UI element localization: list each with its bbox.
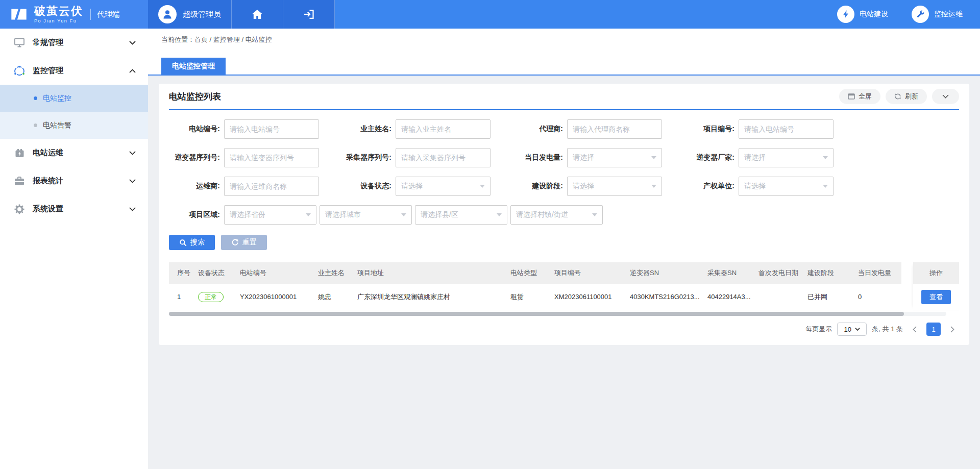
home-icon	[252, 9, 263, 19]
caret-down-icon	[651, 185, 656, 188]
next-page-button[interactable]	[946, 323, 959, 336]
panel-title: 电站监控列表	[169, 91, 221, 103]
sidebar-subitem-station-alarm[interactable]: 电站告警	[0, 112, 148, 139]
caret-down-icon	[306, 213, 311, 216]
county-select[interactable]: 请选择县/区	[415, 205, 507, 225]
breadcrumb-tab-strip: 当前位置：首页 / 监控管理 / 电站监控 电站监控管理	[148, 29, 980, 76]
briefcase-icon	[13, 177, 26, 186]
fullscreen-label: 全屏	[859, 92, 872, 101]
project-no-input[interactable]	[739, 119, 834, 139]
station-no-input[interactable]	[224, 119, 319, 139]
town-select[interactable]: 请选择村镇/街道	[510, 205, 603, 225]
agent-input[interactable]	[567, 119, 662, 139]
brand-subname: Po Jian Yun Fu	[34, 19, 83, 23]
pagination: 每页显示 10 条, 共 1 条 1	[169, 323, 959, 336]
cell-station-no: YX2023061000001	[234, 293, 312, 301]
col-build-stage: 建设阶段	[801, 268, 852, 278]
inverter-vendor-select[interactable]: 请选择	[739, 148, 834, 167]
gear-icon	[13, 204, 26, 214]
home-button[interactable]	[232, 0, 283, 29]
sidebar-item-label: 常规管理	[33, 38, 63, 47]
topbar: 破茧云伏 Po Jian Yun Fu 代理端 超级管理员	[0, 0, 980, 29]
chevron-left-icon	[913, 326, 917, 333]
nav-station-build-label: 电站建设	[860, 10, 888, 19]
nav-monitor-ops[interactable]: 监控运维	[912, 6, 963, 23]
province-select[interactable]: 请选择省份	[224, 205, 316, 225]
field-label: 设备状态:	[340, 182, 396, 191]
page-number-button[interactable]: 1	[926, 323, 941, 336]
sidebar-item-reports[interactable]: 报表统计	[0, 167, 148, 195]
chevron-right-icon	[950, 326, 954, 333]
select-placeholder: 请选择城市	[325, 210, 361, 219]
fullscreen-button[interactable]: 全屏	[839, 89, 880, 104]
owner-name-input[interactable]	[396, 119, 491, 139]
inverter-sn-input[interactable]	[224, 148, 319, 167]
nav-station-build[interactable]: 电站建设	[837, 6, 888, 23]
prev-page-button[interactable]	[908, 323, 921, 336]
cell-project-no: XM2023061100001	[548, 293, 624, 301]
user-menu[interactable]: 超级管理员	[148, 0, 232, 29]
sidebar-subitem-station-monitor[interactable]: 电站监控	[0, 85, 148, 112]
station-table: 序号 设备状态 电站编号 业主姓名 项目地址 电站类型 项目编号 逆变器SN 采…	[169, 262, 959, 316]
tab-station-monitor-mgmt[interactable]: 电站监控管理	[161, 58, 226, 75]
brand-logo-icon	[8, 4, 30, 25]
sidebar-item-monitor[interactable]: 监控管理	[0, 57, 148, 85]
sidebar-item-settings[interactable]: 系统设置	[0, 195, 148, 223]
col-first-gen-date: 首次发电日期	[752, 268, 801, 278]
chevron-down-icon	[129, 41, 136, 45]
nav-monitor-ops-label: 监控运维	[934, 10, 963, 19]
person-icon	[162, 9, 173, 20]
view-button[interactable]: 查看	[921, 290, 951, 304]
field-label: 代理商:	[512, 125, 567, 134]
reset-button[interactable]: 重置	[221, 235, 267, 250]
daily-gen-select[interactable]: 请选择	[567, 148, 662, 167]
collector-sn-input[interactable]	[396, 148, 491, 167]
cell-inverter-sn: 4030KMTS216G0213...	[624, 293, 701, 301]
field-label: 逆变器序列号:	[169, 153, 224, 162]
username: 超级管理员	[183, 10, 221, 19]
chevron-down-icon	[942, 94, 949, 98]
city-select[interactable]: 请选择城市	[320, 205, 412, 225]
pagesize-select[interactable]: 10	[837, 323, 867, 336]
ops-vendor-input[interactable]	[224, 177, 319, 196]
sidebar-item-label: 报表统计	[33, 176, 63, 186]
collapse-button[interactable]	[932, 89, 959, 104]
select-placeholder: 请选择	[401, 182, 423, 191]
col-collector-sn: 采集器SN	[701, 268, 752, 278]
reset-label: 重置	[242, 238, 257, 247]
bullet-dot-icon	[34, 124, 37, 127]
field-label: 逆变器厂家:	[683, 153, 739, 162]
chevron-down-icon	[129, 207, 136, 211]
col-seq: 序号	[169, 268, 192, 278]
device-status-select[interactable]: 请选择	[396, 177, 491, 196]
table-header-row: 序号 设备状态 电站编号 业主姓名 项目地址 电站类型 项目编号 逆变器SN 采…	[169, 262, 901, 284]
select-placeholder: 请选择省份	[230, 210, 265, 219]
divider	[90, 9, 91, 20]
build-stage-select[interactable]: 请选择	[567, 177, 662, 196]
caret-down-icon	[823, 156, 828, 159]
scrollbar-thumb[interactable]	[169, 312, 904, 316]
select-placeholder: 请选择	[744, 153, 766, 162]
sidebar-item-general[interactable]: 常规管理	[0, 29, 148, 57]
cell-action: 查看	[913, 284, 959, 310]
total-count-label: 条, 共 1 条	[872, 325, 903, 334]
search-icon	[179, 239, 187, 246]
logout-icon	[303, 9, 314, 19]
sidebar-item-label: 监控管理	[33, 66, 63, 76]
caret-down-icon	[855, 328, 860, 331]
select-placeholder: 请选择县/区	[421, 210, 458, 219]
logout-button[interactable]	[283, 0, 335, 29]
sidebar: 常规管理 监控管理 电站监控	[0, 29, 148, 469]
search-button[interactable]: 搜索	[169, 235, 215, 250]
property-unit-select[interactable]: 请选择	[739, 177, 834, 196]
field-label: 业主姓名:	[340, 125, 396, 134]
refresh-button[interactable]: 刷新	[886, 89, 927, 104]
portal-name: 代理端	[97, 10, 120, 19]
pagesize-value: 10	[844, 326, 851, 333]
horizontal-scrollbar[interactable]	[169, 312, 946, 316]
brand-name: 破茧云伏	[34, 6, 83, 17]
cell-owner: 姚忠	[312, 292, 351, 302]
sidebar-subitem-label: 电站监控	[43, 94, 71, 103]
sidebar-item-station-ops[interactable]: 电站运维	[0, 139, 148, 167]
search-label: 搜索	[190, 238, 205, 247]
